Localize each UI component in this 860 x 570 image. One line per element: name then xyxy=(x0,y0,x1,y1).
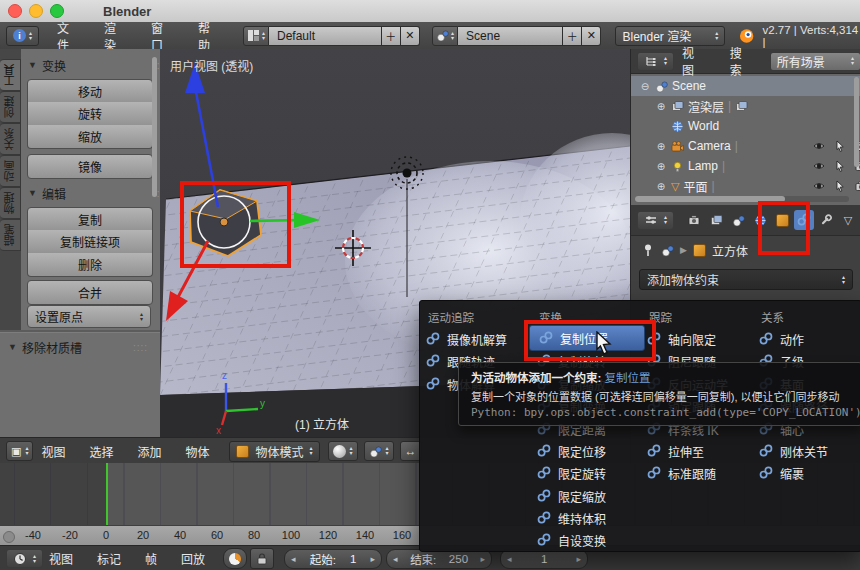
tab-relations[interactable]: 关系 xyxy=(0,123,21,155)
editor-type-selector-timeline[interactable]: ▴▾ xyxy=(6,549,43,568)
mirror-button[interactable]: 镜像 xyxy=(27,154,153,179)
delete-layout-button[interactable]: ✕ xyxy=(401,26,420,46)
pin-icon[interactable] xyxy=(641,243,655,257)
visibility-eye-icon[interactable] xyxy=(813,140,825,152)
translate-button[interactable]: 移动 xyxy=(27,79,153,104)
editor-type-selector-info[interactable]: i ▴▾ xyxy=(6,26,39,46)
tab-object-data[interactable]: ▽ xyxy=(838,210,858,230)
duplicate-button[interactable]: 复制 xyxy=(27,207,153,232)
breadcrumb-object-name[interactable]: 立方体 xyxy=(712,242,748,259)
add-layout-button[interactable]: ＋ xyxy=(382,26,401,46)
render-engine-dropdown[interactable]: Blender 渲染 ▴▾ xyxy=(615,26,725,46)
timeline-playback-menu[interactable]: 回放 xyxy=(181,550,205,567)
selectability-cursor-icon[interactable] xyxy=(834,160,846,172)
timeline-frame-menu[interactable]: 帧 xyxy=(145,550,157,567)
visibility-eye-icon[interactable] xyxy=(813,180,825,192)
expand-icon[interactable]: ⊕ xyxy=(655,181,667,192)
expand-icon[interactable]: ⊕ xyxy=(655,141,667,152)
outliner-row-plane[interactable]: ⊕ ▽ 平面 | xyxy=(631,176,860,196)
outliner-horizontal-scrollbar[interactable] xyxy=(635,196,849,202)
tab-grease-pencil[interactable]: 蜡笔 xyxy=(0,219,21,251)
add-menu[interactable]: 添加 xyxy=(137,443,161,460)
use-preview-range-button[interactable] xyxy=(223,548,247,569)
outliner-row-lamp[interactable]: ⊕ Lamp | xyxy=(631,156,860,176)
viewport-shading-dropdown[interactable]: ▴▾ xyxy=(328,441,358,461)
menu-item-stretch-to[interactable]: 拉伸至 xyxy=(647,441,704,461)
delete-button[interactable]: 删除 xyxy=(27,253,153,277)
screen-layout-name-field[interactable]: Default xyxy=(269,26,382,46)
expand-icon[interactable]: ⊕ xyxy=(655,161,667,172)
screen-layout-selector[interactable]: ▴▾ xyxy=(243,26,269,46)
selectability-cursor-icon[interactable] xyxy=(834,180,846,192)
rotate-button[interactable]: 旋转 xyxy=(27,102,153,126)
outliner-filter-dropdown[interactable]: 所有场景 ▴▾ xyxy=(770,52,860,71)
outliner-row-renderlayers[interactable]: ⊕ 渲染层 | xyxy=(631,96,860,116)
outliner-row-world[interactable]: World xyxy=(631,116,860,136)
panel-header-operator[interactable]: ▼ 移除材质槽 :::: xyxy=(8,339,156,355)
current-frame-indicator[interactable] xyxy=(106,463,108,527)
increment-icon[interactable]: ▸ xyxy=(481,554,486,564)
increment-icon[interactable]: ▸ xyxy=(371,554,376,564)
expand-icon[interactable]: ⊕ xyxy=(655,101,667,112)
increment-icon[interactable]: ▸ xyxy=(577,554,582,564)
editor-type-selector-properties[interactable]: ▴▾ xyxy=(637,211,674,230)
decrement-icon[interactable]: ◂ xyxy=(291,554,296,564)
outliner-view-menu[interactable]: 视图 xyxy=(682,44,706,78)
set-origin-dropdown[interactable]: 设置原点 ▴▾ xyxy=(27,305,151,328)
outliner-row-scene[interactable]: ⊖ Scene xyxy=(631,76,860,96)
scene-name-field[interactable]: Scene xyxy=(458,26,563,46)
selectability-cursor-icon[interactable] xyxy=(834,140,846,152)
decrement-icon[interactable]: ◂ xyxy=(507,554,512,564)
menu-render[interactable]: 渲染 xyxy=(104,19,127,53)
scroller-dot[interactable] xyxy=(3,531,15,543)
minimize-window-button[interactable] xyxy=(29,4,43,18)
editor-type-selector-outliner[interactable]: ▴▾ xyxy=(637,52,674,71)
timeline-view-menu[interactable]: 视图 xyxy=(49,550,73,567)
tab-render[interactable] xyxy=(684,210,704,230)
menu-item-action[interactable]: 动作 xyxy=(759,329,804,349)
pivot-point-dropdown[interactable]: ▴▾ xyxy=(364,441,394,461)
duplicate-linked-button[interactable]: 复制链接项 xyxy=(27,230,153,254)
editor-type-selector-3d[interactable]: ▣ ▴▾ xyxy=(6,441,33,461)
tab-tools[interactable]: 工具 xyxy=(0,59,21,91)
menu-item-limit-location[interactable]: 限定位移 xyxy=(537,441,606,461)
zoom-window-button[interactable] xyxy=(50,4,64,18)
add-object-constraint-dropdown[interactable]: 添加物体约束 ▴▾ xyxy=(639,269,853,290)
menu-item-shrinkwrap[interactable]: 缩裹 xyxy=(759,463,804,483)
menu-item-track-to[interactable]: 标准跟随 xyxy=(647,463,716,483)
scene-selector[interactable]: ▴▾ xyxy=(432,26,458,46)
delete-scene-button[interactable]: ✕ xyxy=(582,26,601,46)
tab-create[interactable]: 创建 xyxy=(0,91,21,123)
menu-item-limit-rotation[interactable]: 限定旋转 xyxy=(537,463,606,483)
menu-item-clamp-to[interactable]: 轴向限定 xyxy=(647,329,716,349)
menu-help[interactable]: 帮助 xyxy=(198,19,221,53)
close-window-button[interactable] xyxy=(8,4,22,18)
scale-button[interactable]: 缩放 xyxy=(27,125,153,149)
outliner-search-menu[interactable]: 搜索 xyxy=(730,44,754,78)
tab-modifiers[interactable] xyxy=(816,210,836,230)
tab-animation[interactable]: 动画 xyxy=(0,155,21,187)
object-menu[interactable]: 物体 xyxy=(185,443,209,460)
menu-item-maintain-volume[interactable]: 维持体积 xyxy=(537,508,606,528)
add-scene-button[interactable]: ＋ xyxy=(563,26,582,46)
tab-physics[interactable]: 物理 xyxy=(0,187,21,219)
panel-grip-icon[interactable]: :::: xyxy=(133,342,148,353)
menu-item-rigid-body-joint[interactable]: 刚体关节 xyxy=(759,441,828,461)
decrement-icon[interactable]: ◂ xyxy=(393,554,398,564)
select-menu[interactable]: 选择 xyxy=(89,443,113,460)
mode-dropdown[interactable]: 物体模式 ▴▾ xyxy=(229,441,319,462)
menu-window[interactable]: 窗口 xyxy=(151,19,174,53)
collapse-icon[interactable]: ⊖ xyxy=(639,81,651,92)
outliner-row-camera[interactable]: ⊕ Camera | xyxy=(631,136,860,156)
frame-start-field[interactable]: ◂ 起始: 1 ▸ xyxy=(284,549,382,569)
view-menu[interactable]: 视图 xyxy=(41,443,65,460)
renderability-camera-icon[interactable] xyxy=(855,180,860,192)
menu-file[interactable]: 文件 xyxy=(57,19,80,53)
outliner-vertical-scrollbar[interactable] xyxy=(854,77,859,167)
tab-scene[interactable] xyxy=(728,210,748,230)
join-button[interactable]: 合并 xyxy=(27,280,153,305)
menu-item-transformation[interactable]: 自设变换 xyxy=(537,530,606,550)
timeline-marker-menu[interactable]: 标记 xyxy=(97,550,121,567)
menu-item-camera-solver[interactable]: 摄像机解算 xyxy=(426,329,507,349)
tab-render-layers[interactable] xyxy=(706,210,726,230)
